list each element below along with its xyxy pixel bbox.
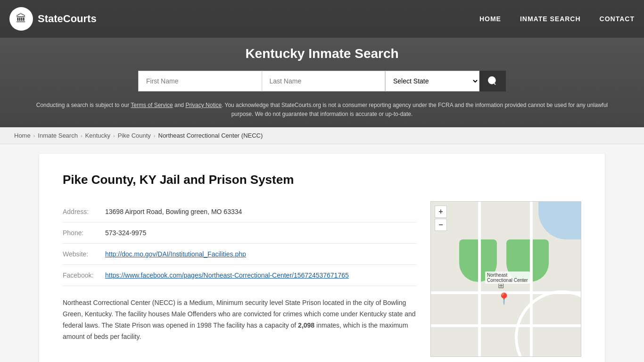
search-form: Select StateAlabamaAlaskaArizonaArkansas…	[138, 71, 506, 91]
facility-title: Pike County, KY Jail and Prison System	[63, 173, 581, 187]
facebook-link[interactable]: https://www.facebook.com/pages/Northeast…	[105, 272, 349, 279]
phone-value: 573-324-9975	[105, 229, 146, 237]
address-value: 13698 Airport Road, Bowling green, MO 63…	[105, 208, 242, 215]
header-content: 🏛 StateCourts HOME INMATE SEARCH CONTACT…	[0, 0, 644, 127]
breadcrumb-bar: Home › Inmate Search › Kentucky › Pike C…	[0, 127, 644, 144]
map-marker: 📍	[497, 292, 511, 305]
terms-link[interactable]: Terms of Service	[131, 102, 173, 108]
page-title: Kentucky Inmate Search	[9, 46, 635, 61]
facebook-label: Facebook:	[63, 272, 105, 279]
phone-label: Phone:	[63, 229, 105, 237]
capacity-value: 2,098	[298, 321, 314, 329]
website-value: http://doc.mo.gov/DAI/Institutional_Faci…	[105, 250, 246, 258]
map-zoom-out[interactable]: −	[435, 219, 447, 231]
disclaimer: Conducting a search is subject to our Te…	[0, 96, 644, 127]
breadcrumb-sep-3: ›	[113, 133, 115, 139]
last-name-input[interactable]	[262, 71, 386, 91]
breadcrumb-home[interactable]: Home	[14, 132, 31, 139]
map-blue-area	[538, 202, 581, 239]
map-visual: ⊞ 📍 NortheastCorrectional Center	[431, 202, 581, 356]
state-select[interactable]: Select StateAlabamaAlaskaArizonaArkansas…	[385, 71, 479, 91]
logo-area: 🏛 StateCourts	[9, 7, 97, 31]
site-name: StateCourts	[38, 13, 97, 25]
navbar: 🏛 StateCourts HOME INMATE SEARCH CONTACT	[0, 0, 644, 38]
search-button[interactable]	[479, 71, 506, 91]
details-map-layout: Address: 13698 Airport Road, Bowling gre…	[63, 201, 581, 357]
website-label: Website:	[63, 250, 105, 258]
search-bar-section: Select StateAlabamaAlaskaArizonaArkansas…	[0, 66, 644, 96]
facebook-value: https://www.facebook.com/pages/Northeast…	[105, 272, 349, 279]
address-label: Address:	[63, 208, 105, 215]
map-curved-road	[515, 290, 581, 357]
breadcrumb-sep-1: ›	[33, 133, 35, 139]
map-road-v1	[478, 202, 481, 356]
privacy-link[interactable]: Privacy Notice	[185, 102, 222, 108]
breadcrumb-facility: Northeast Correctional Center (NECC)	[158, 132, 263, 139]
breadcrumb-state[interactable]: Kentucky	[85, 132, 110, 139]
breadcrumb-sep-4: ›	[154, 133, 156, 139]
map-controls: + −	[435, 206, 447, 231]
map-zoom-in[interactable]: +	[435, 206, 447, 218]
breadcrumb-county[interactable]: Pike County	[118, 132, 151, 139]
page-title-section: Kentucky Inmate Search	[0, 38, 644, 66]
map-label: NortheastCorrectional Center	[485, 272, 530, 284]
breadcrumb-inmate-search[interactable]: Inmate Search	[38, 132, 78, 139]
map-container: ⊞ 📍 NortheastCorrectional Center + −	[430, 201, 581, 357]
header: 🏛 StateCourts HOME INMATE SEARCH CONTACT…	[0, 0, 644, 127]
breadcrumb-sep-2: ›	[81, 133, 83, 139]
website-row: Website: http://doc.mo.gov/DAI/Instituti…	[63, 244, 416, 265]
facility-description: Northeast Correctional Center (NECC) is …	[63, 297, 416, 342]
facebook-row: Facebook: https://www.facebook.com/pages…	[63, 265, 416, 286]
first-name-input[interactable]	[138, 71, 262, 91]
main-content: Pike County, KY Jail and Prison System A…	[39, 154, 605, 362]
nav-links: HOME INMATE SEARCH CONTACT	[479, 10, 635, 27]
nav-contact[interactable]: CONTACT	[600, 10, 635, 27]
nav-inmate-search[interactable]: INMATE SEARCH	[520, 10, 581, 27]
address-row: Address: 13698 Airport Road, Bowling gre…	[63, 201, 416, 222]
phone-row: Phone: 573-324-9975	[63, 222, 416, 244]
logo-icon: 🏛	[9, 7, 33, 31]
website-link[interactable]: http://doc.mo.gov/DAI/Institutional_Faci…	[105, 250, 246, 258]
search-icon	[488, 76, 497, 86]
nav-home[interactable]: HOME	[479, 10, 501, 27]
details-section: Address: 13698 Airport Road, Bowling gre…	[63, 201, 416, 342]
disclaimer-text-before: Conducting a search is subject to our	[36, 102, 131, 108]
disclaimer-text-after: . You acknowledge that StateCourts.org i…	[222, 102, 608, 117]
disclaimer-text-and: and	[173, 102, 186, 108]
